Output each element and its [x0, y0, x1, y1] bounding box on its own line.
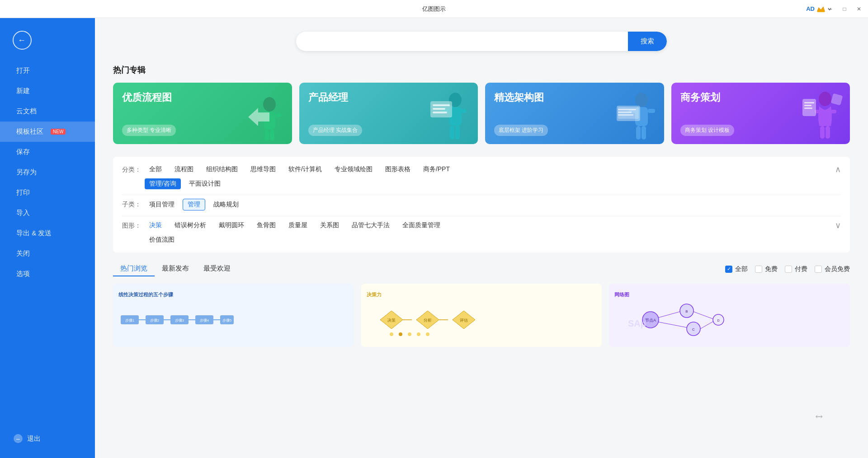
search-input-wrap: 搜索 — [296, 32, 667, 51]
shape-error[interactable]: 错误树分析 — [170, 220, 211, 231]
sort-tab-hot[interactable]: 热门浏览 — [113, 262, 155, 276]
checkbox-all-box: ✓ — [725, 266, 732, 273]
maximize-button[interactable]: □ — [841, 5, 848, 13]
cat-management[interactable]: 管理/咨询 — [145, 178, 181, 189]
template-card-3-text: 网络图 — [614, 291, 844, 298]
banner-1-figure — [245, 94, 285, 144]
shape-relation[interactable]: 关系图 — [316, 220, 344, 231]
svg-text:SAp: SAp — [628, 318, 646, 328]
cat-software[interactable]: 软件/计算机 — [284, 164, 326, 175]
template-grid: 线性决策过程的五个步骤 步骤1 步骤2 步骤3 — [113, 284, 850, 347]
shape-decision[interactable]: 决策 — [145, 220, 166, 231]
sidebar-item-export[interactable]: 导出 & 发送 — [0, 223, 95, 243]
banner-card-3[interactable]: 精选架构图 底层框架 进阶学习 — [485, 83, 664, 144]
checkbox-free-box — [755, 266, 762, 273]
sidebar-item-print[interactable]: 打印 — [0, 182, 95, 203]
banner-card-2[interactable]: 产品经理 产品经理 实战集合 — [299, 83, 478, 144]
sort-tab-popular[interactable]: 最受欢迎 — [196, 262, 238, 276]
svg-rect-36 — [804, 102, 814, 103]
banner-card-1[interactable]: 优质流程图 多种类型 专业清晰 — [113, 83, 292, 144]
main-content: 搜索 热门专辑 优质流程图 多种类型 专业清晰 — [95, 18, 868, 458]
sidebar-item-saveas[interactable]: 另存为 — [0, 162, 95, 182]
sidebar-item-template[interactable]: 模板社区 NEW — [0, 122, 95, 142]
close-button[interactable]: ✕ — [855, 5, 863, 13]
template-card-1-inner: 线性决策过程的五个步骤 步骤1 步骤2 步骤3 — [113, 284, 354, 347]
svg-text:步骤5: 步骤5 — [222, 318, 232, 322]
template-card-3-diagram: 节点A B C D SAp — [614, 302, 732, 338]
category-expand-button[interactable]: ∧ — [835, 164, 841, 174]
category-filter-row-2: 管理/咨询 平面设计图 — [122, 178, 841, 189]
filter-section: 分类： 全部 流程图 组织结构图 思维导图 软件/计算机 专业领域绘图 图形表格… — [113, 157, 850, 252]
template-card-2[interactable]: 决策力 决策 分析 评估 — [361, 284, 602, 347]
svg-rect-14 — [455, 126, 460, 140]
template-card-3[interactable]: 网络图 节点A B C D — [609, 284, 850, 347]
checkbox-member-label: 会员免费 — [825, 265, 850, 273]
checkbox-all[interactable]: ✓ 全部 — [725, 265, 748, 273]
sidebar-label-template: 模板社区 — [16, 127, 43, 136]
banner-3-figure — [614, 90, 660, 144]
sidebar-item-save[interactable]: 保存 — [0, 142, 95, 162]
shape-tqm[interactable]: 全面质量管理 — [398, 220, 445, 231]
checkbox-paid[interactable]: 付费 — [785, 265, 807, 273]
shape-seven[interactable]: 品管七大手法 — [347, 220, 394, 231]
cat-design[interactable]: 平面设计图 — [184, 178, 225, 189]
shape-pdca[interactable]: 戴明圆环 — [214, 220, 249, 231]
shape-value[interactable]: 价值流图 — [145, 234, 179, 245]
cat-org[interactable]: 组织结构图 — [202, 164, 242, 175]
app-title: 亿图图示 — [422, 5, 446, 13]
template-card-1[interactable]: 线性决策过程的五个步骤 步骤1 步骤2 步骤3 — [113, 284, 354, 347]
svg-text:节点A: 节点A — [645, 318, 656, 322]
banner-2-figure — [428, 90, 473, 144]
cat-flowchart[interactable]: 流程图 — [170, 164, 198, 175]
sidebar-label-export: 导出 & 发送 — [16, 229, 52, 238]
sidebar-item-close[interactable]: 关闭 — [0, 243, 95, 264]
shape-quality[interactable]: 质量屋 — [284, 220, 312, 231]
cat-mindmap[interactable]: 思维导图 — [246, 164, 280, 175]
sidebar-item-new[interactable]: 新建 — [0, 81, 95, 101]
back-circle[interactable]: ← — [13, 31, 32, 50]
sidebar-item-cloud[interactable]: 云文档 — [0, 101, 95, 122]
sidebar-item-exit[interactable]: – 退出 — [0, 428, 95, 449]
shape-fishbone[interactable]: 鱼骨图 — [252, 220, 280, 231]
back-button-area[interactable]: ← — [0, 18, 95, 61]
svg-marker-0 — [817, 7, 825, 11]
svg-rect-23 — [636, 126, 641, 140]
subcat-proj[interactable]: 项目管理 — [145, 199, 179, 210]
template-card-2-content: 决策力 决策 分析 评估 — [367, 291, 597, 340]
search-button[interactable]: 搜索 — [628, 32, 667, 51]
svg-rect-33 — [820, 126, 825, 139]
banner-3-subtitle: 底层框架 进阶学习 — [494, 125, 548, 136]
shape-filter-row: 图形： 决策 错误树分析 戴明圆环 鱼骨图 质量屋 关系图 品管七大手法 全面质… — [122, 220, 841, 231]
sidebar-label-saveas: 另存为 — [16, 168, 37, 177]
svg-rect-22 — [648, 109, 655, 113]
sidebar-item-options[interactable]: 选项 — [0, 264, 95, 284]
checkbox-member[interactable]: 会员免费 — [815, 265, 850, 273]
cat-business[interactable]: 商务/PPT — [419, 164, 454, 175]
sidebar-item-open[interactable]: 打开 — [0, 61, 95, 81]
crown-icon — [816, 6, 826, 12]
minimize-button[interactable]: ─ — [826, 5, 834, 13]
sidebar-label-exit: 退出 — [27, 435, 41, 443]
search-input[interactable] — [296, 32, 628, 51]
banner-card-4[interactable]: 商务策划 商务策划 设计模板 — [671, 83, 850, 144]
search-bar: 搜索 — [113, 32, 850, 51]
svg-line-78 — [700, 322, 713, 329]
sort-tabs: 热门浏览 最新发布 最受欢迎 — [113, 262, 238, 276]
svg-point-62 — [390, 332, 393, 336]
svg-rect-37 — [804, 105, 811, 106]
cat-all[interactable]: 全部 — [145, 164, 166, 175]
svg-point-65 — [417, 332, 420, 336]
cat-chart[interactable]: 图形表格 — [381, 164, 415, 175]
template-card-3-content: 网络图 节点A B C D — [614, 291, 844, 340]
cat-professional[interactable]: 专业领域绘图 — [330, 164, 377, 175]
subcat-strategy[interactable]: 战略规划 — [209, 199, 243, 210]
checkbox-free[interactable]: 免费 — [755, 265, 778, 273]
svg-rect-28 — [618, 112, 632, 113]
sort-tab-new[interactable]: 最新发布 — [155, 262, 196, 276]
shape-expand-button[interactable]: ∨ — [835, 220, 841, 230]
subcat-mgmt[interactable]: 管理 — [183, 199, 205, 210]
svg-rect-16 — [433, 104, 450, 106]
svg-text:分析: 分析 — [424, 318, 432, 322]
svg-rect-34 — [826, 126, 830, 139]
sidebar-item-import[interactable]: 导入 — [0, 203, 95, 223]
